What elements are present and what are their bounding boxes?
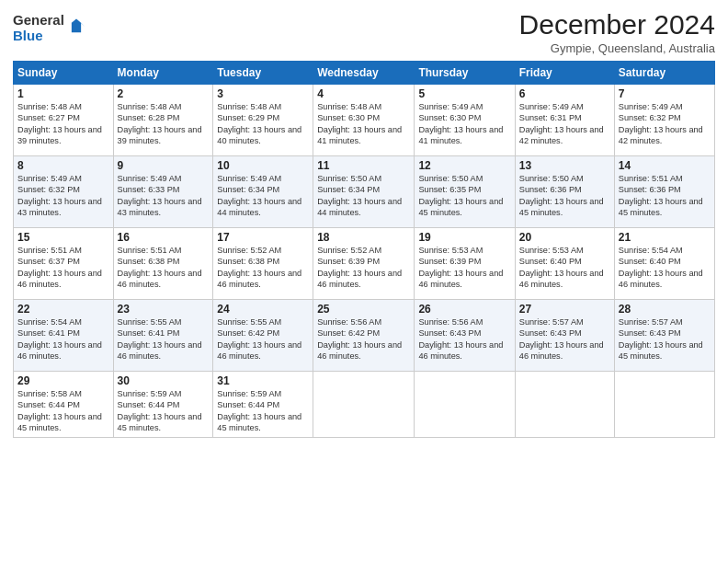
day-info: Sunrise: 5:56 AMSunset: 6:43 PMDaylight:… [418,317,503,361]
table-row [515,372,614,438]
table-row [614,372,714,438]
day-info: Sunrise: 5:49 AMSunset: 6:32 PMDaylight:… [17,174,102,217]
table-row: 28 Sunrise: 5:57 AMSunset: 6:43 PMDaylig… [614,300,714,372]
table-row: 8 Sunrise: 5:49 AMSunset: 6:32 PMDayligh… [14,156,114,228]
col-monday: Monday [113,62,213,85]
table-row: 23 Sunrise: 5:55 AMSunset: 6:41 PMDaylig… [113,300,213,372]
day-info: Sunrise: 5:55 AMSunset: 6:42 PMDaylight:… [217,317,301,361]
table-row: 9 Sunrise: 5:49 AMSunset: 6:33 PMDayligh… [113,156,213,228]
day-number: 14 [619,159,711,172]
calendar-table: Sunday Monday Tuesday Wednesday Thursday… [13,61,715,438]
table-row: 11 Sunrise: 5:50 AMSunset: 6:34 PMDaylig… [313,156,415,228]
col-tuesday: Tuesday [213,62,313,85]
day-info: Sunrise: 5:52 AMSunset: 6:39 PMDaylight:… [317,246,402,289]
day-info: Sunrise: 5:55 AMSunset: 6:41 PMDaylight:… [118,317,202,361]
table-row [415,372,515,438]
day-number: 27 [519,303,610,316]
day-number: 29 [17,374,109,387]
day-info: Sunrise: 5:58 AMSunset: 6:44 PMDaylight:… [17,389,102,432]
day-info: Sunrise: 5:48 AMSunset: 6:29 PMDaylight:… [217,102,301,145]
table-row: 18 Sunrise: 5:52 AMSunset: 6:39 PMDaylig… [313,228,415,300]
day-number: 17 [217,231,309,244]
logo: General Blue [13,13,86,43]
day-number: 25 [317,303,410,316]
day-number: 16 [118,231,210,244]
logo-blue: Blue [13,29,64,44]
col-thursday: Thursday [415,62,515,85]
col-wednesday: Wednesday [313,62,415,85]
table-row: 24 Sunrise: 5:55 AMSunset: 6:42 PMDaylig… [213,300,313,372]
main-title: December 2024 [519,9,715,40]
day-number: 6 [519,87,610,100]
logo-icon [66,17,86,38]
day-number: 26 [418,303,510,316]
col-sunday: Sunday [14,62,114,85]
day-info: Sunrise: 5:51 AMSunset: 6:36 PMDaylight:… [619,174,703,217]
table-row: 25 Sunrise: 5:56 AMSunset: 6:42 PMDaylig… [313,300,415,372]
day-number: 13 [519,159,610,172]
day-number: 12 [418,159,510,172]
day-number: 4 [317,87,410,100]
day-info: Sunrise: 5:50 AMSunset: 6:35 PMDaylight:… [418,174,503,217]
day-info: Sunrise: 5:49 AMSunset: 6:31 PMDaylight:… [519,102,604,145]
day-number: 23 [118,303,210,316]
day-info: Sunrise: 5:48 AMSunset: 6:27 PMDaylight:… [17,102,102,145]
header: General Blue December 2024 Gympie, Queen… [13,9,715,55]
day-number: 1 [17,87,109,100]
table-row: 30 Sunrise: 5:59 AMSunset: 6:44 PMDaylig… [113,372,213,438]
table-row: 10 Sunrise: 5:49 AMSunset: 6:34 PMDaylig… [213,156,313,228]
day-number: 2 [118,87,210,100]
table-row: 4 Sunrise: 5:48 AMSunset: 6:30 PMDayligh… [313,85,415,156]
day-info: Sunrise: 5:54 AMSunset: 6:41 PMDaylight:… [17,317,102,361]
svg-marker-0 [72,18,81,32]
table-row: 15 Sunrise: 5:51 AMSunset: 6:37 PMDaylig… [14,228,114,300]
day-info: Sunrise: 5:59 AMSunset: 6:44 PMDaylight:… [217,389,301,432]
table-row: 31 Sunrise: 5:59 AMSunset: 6:44 PMDaylig… [213,372,313,438]
day-number: 8 [17,159,109,172]
day-number: 20 [519,231,610,244]
table-row: 29 Sunrise: 5:58 AMSunset: 6:44 PMDaylig… [14,372,114,438]
table-row: 26 Sunrise: 5:56 AMSunset: 6:43 PMDaylig… [415,300,515,372]
table-row: 22 Sunrise: 5:54 AMSunset: 6:41 PMDaylig… [14,300,114,372]
logo-text: General Blue [13,13,64,43]
table-row: 7 Sunrise: 5:49 AMSunset: 6:32 PMDayligh… [614,85,714,156]
table-row: 5 Sunrise: 5:49 AMSunset: 6:30 PMDayligh… [415,85,515,156]
day-number: 7 [619,87,711,100]
day-number: 15 [17,231,109,244]
day-number: 18 [317,231,410,244]
day-info: Sunrise: 5:49 AMSunset: 6:32 PMDaylight:… [619,102,703,145]
subtitle: Gympie, Queensland, Australia [519,41,715,55]
col-friday: Friday [515,62,614,85]
table-row: 2 Sunrise: 5:48 AMSunset: 6:28 PMDayligh… [113,85,213,156]
day-info: Sunrise: 5:50 AMSunset: 6:36 PMDaylight:… [519,174,604,217]
table-row: 3 Sunrise: 5:48 AMSunset: 6:29 PMDayligh… [213,85,313,156]
day-info: Sunrise: 5:48 AMSunset: 6:30 PMDaylight:… [317,102,402,145]
table-row: 20 Sunrise: 5:53 AMSunset: 6:40 PMDaylig… [515,228,614,300]
table-row: 12 Sunrise: 5:50 AMSunset: 6:35 PMDaylig… [415,156,515,228]
day-number: 11 [317,159,410,172]
day-info: Sunrise: 5:50 AMSunset: 6:34 PMDaylight:… [317,174,402,217]
day-number: 22 [17,303,109,316]
day-number: 3 [217,87,309,100]
day-number: 21 [619,231,711,244]
day-number: 24 [217,303,309,316]
day-info: Sunrise: 5:57 AMSunset: 6:43 PMDaylight:… [619,317,703,361]
day-number: 31 [217,374,309,387]
table-row: 17 Sunrise: 5:52 AMSunset: 6:38 PMDaylig… [213,228,313,300]
table-row: 6 Sunrise: 5:49 AMSunset: 6:31 PMDayligh… [515,85,614,156]
day-number: 30 [118,374,210,387]
col-saturday: Saturday [614,62,714,85]
day-info: Sunrise: 5:48 AMSunset: 6:28 PMDaylight:… [118,102,202,145]
day-number: 28 [619,303,711,316]
day-info: Sunrise: 5:59 AMSunset: 6:44 PMDaylight:… [118,389,202,432]
page: General Blue December 2024 Gympie, Queen… [0,0,728,563]
day-number: 19 [418,231,510,244]
table-row: 13 Sunrise: 5:50 AMSunset: 6:36 PMDaylig… [515,156,614,228]
day-info: Sunrise: 5:51 AMSunset: 6:38 PMDaylight:… [118,246,202,289]
table-row: 1 Sunrise: 5:48 AMSunset: 6:27 PMDayligh… [14,85,114,156]
table-row: 14 Sunrise: 5:51 AMSunset: 6:36 PMDaylig… [614,156,714,228]
day-info: Sunrise: 5:51 AMSunset: 6:37 PMDaylight:… [17,246,102,289]
day-info: Sunrise: 5:57 AMSunset: 6:43 PMDaylight:… [519,317,604,361]
day-number: 10 [217,159,309,172]
table-row: 21 Sunrise: 5:54 AMSunset: 6:40 PMDaylig… [614,228,714,300]
